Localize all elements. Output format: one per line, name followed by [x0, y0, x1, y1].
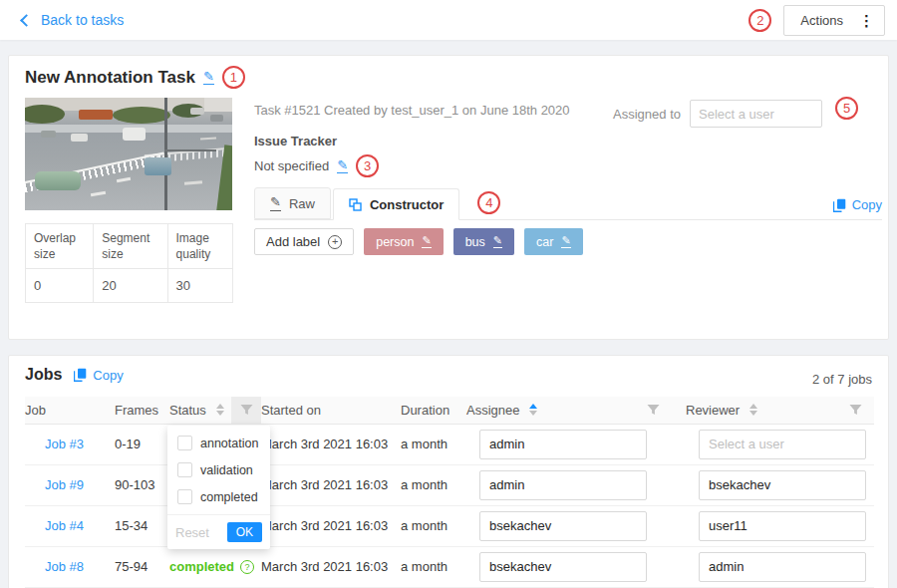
col-header-assignee[interactable]: Assignee: [466, 397, 686, 424]
tab-constructor[interactable]: Constructor: [333, 188, 459, 220]
filter-option-label: completed: [200, 490, 258, 504]
filter-option-label: annotation: [200, 437, 258, 450]
edit-label-icon[interactable]: ✎: [422, 235, 431, 249]
filter-option-validation[interactable]: validation: [167, 456, 270, 483]
reviewer-select[interactable]: [699, 470, 866, 500]
copy-labels-button[interactable]: Copy: [833, 197, 882, 212]
thumb-pole: [164, 98, 167, 210]
thumb-awning: [79, 110, 113, 120]
top-bar: Back to tasks 2 Actions ⋮: [0, 0, 897, 40]
issue-tracker-label: Issue Tracker: [254, 134, 379, 148]
tab-raw-label: Raw: [289, 196, 315, 211]
reviewer-header-label: Reviewer: [686, 403, 740, 418]
plus-circle-icon: +: [328, 235, 342, 249]
filter-option-completed[interactable]: completed: [167, 483, 270, 510]
add-label-button[interactable]: Add label +: [254, 228, 354, 255]
label-chip-car[interactable]: car ✎: [524, 228, 583, 255]
add-label-text: Add label: [266, 234, 320, 249]
more-vertical-icon: ⋮: [859, 13, 874, 28]
job-row: Job #3 0-19 March 3rd 2021 16:03 a month: [25, 424, 874, 464]
checkbox-icon[interactable]: [177, 462, 192, 477]
duration-cell: a month: [401, 505, 466, 546]
label-chip-bus[interactable]: bus ✎: [453, 228, 514, 255]
annotation-circle-2: 2: [748, 9, 771, 32]
task-params-table: Overlap size Segment size Image quality …: [25, 223, 233, 303]
sort-carets-icon[interactable]: [749, 404, 757, 416]
job-link[interactable]: Job #8: [25, 559, 84, 574]
param-header-overlap: Overlap size: [26, 224, 94, 269]
thumb-lane-dash: [117, 177, 131, 182]
copy-jobs-label: Copy: [93, 368, 123, 383]
copy-icon: [74, 368, 87, 382]
annotation-circle-3: 3: [356, 154, 379, 177]
status-cell: completed ?: [169, 546, 231, 587]
filter-funnel-icon[interactable]: [849, 404, 862, 416]
job-link[interactable]: Job #4: [25, 518, 84, 533]
filter-funnel-icon[interactable]: [647, 404, 660, 416]
filter-funnel-icon: [240, 404, 253, 416]
job-link[interactable]: Job #3: [25, 437, 84, 451]
edit-title-icon[interactable]: ✎: [203, 70, 214, 86]
sort-carets-icon[interactable]: [216, 404, 224, 416]
thumb-tree: [113, 107, 170, 124]
reviewer-select[interactable]: [699, 552, 866, 582]
copy-jobs-button[interactable]: Copy: [74, 368, 123, 383]
started-cell: March 3rd 2021 16:03: [261, 546, 401, 587]
col-header-status[interactable]: Status: [169, 397, 231, 424]
thumb-car: [71, 134, 88, 142]
question-circle-icon[interactable]: ?: [240, 560, 254, 574]
col-header-duration: Duration: [401, 397, 466, 424]
edit-label-icon[interactable]: ✎: [493, 235, 502, 249]
param-value-quality: 30: [167, 269, 232, 303]
copy-icon: [833, 198, 846, 212]
assignee-select[interactable]: [479, 511, 647, 541]
job-link[interactable]: Job #9: [25, 477, 84, 492]
edit-label-icon[interactable]: ✎: [561, 235, 570, 249]
actions-button[interactable]: Actions ⋮: [783, 5, 885, 36]
tab-raw[interactable]: ✎ Raw: [254, 187, 331, 219]
reviewer-select[interactable]: [699, 430, 866, 459]
frames-cell: 15-34: [115, 505, 169, 546]
tab-constructor-label: Constructor: [370, 197, 444, 212]
assignee-select[interactable]: [479, 552, 647, 582]
thumb-lane-dash: [91, 191, 106, 197]
checkbox-icon[interactable]: [177, 489, 192, 504]
sort-carets-icon[interactable]: [529, 404, 537, 416]
filter-options: annotation validation completed: [167, 426, 270, 514]
frames-cell: 0-19: [115, 424, 169, 464]
label-chip-person[interactable]: person ✎: [364, 228, 443, 255]
thumb-lane-dash: [200, 137, 216, 140]
job-row: Job #9 90-103 March 3rd 2021 16:03 a mon…: [25, 464, 874, 505]
assignee-select[interactable]: [479, 470, 647, 500]
thumb-pole-arm: [164, 149, 216, 151]
back-to-tasks-link[interactable]: Back to tasks: [22, 12, 124, 28]
task-details-card: New Annotation Task ✎ 1: [8, 55, 889, 340]
checkbox-icon[interactable]: [177, 436, 192, 450]
filter-ok-button[interactable]: OK: [227, 522, 262, 542]
assigned-to-label: Assigned to: [613, 107, 681, 122]
status-header-label: Status: [169, 403, 206, 418]
duration-cell: a month: [401, 546, 466, 587]
edit-issue-tracker-icon[interactable]: ✎: [337, 158, 348, 174]
assignee-select[interactable]: [479, 430, 647, 459]
assigned-to-select[interactable]: [690, 100, 822, 128]
started-cell: March 3rd 2021 16:03: [261, 505, 401, 546]
filter-option-annotation[interactable]: annotation: [167, 430, 270, 456]
duration-cell: a month: [401, 424, 466, 464]
reviewer-select[interactable]: [699, 511, 866, 541]
status-filter-button[interactable]: [231, 397, 261, 424]
top-bar-right: 2 Actions ⋮: [748, 5, 885, 36]
assignee-header-label: Assignee: [466, 403, 519, 418]
issue-tracker-value: Not specified: [254, 158, 329, 173]
thumb-car: [190, 108, 204, 115]
task-page: Back to tasks 2 Actions ⋮ New Annotation…: [0, 0, 897, 588]
filter-reset-button[interactable]: Reset: [175, 525, 209, 540]
status-filter-dropdown: annotation validation completed Reset OK: [167, 426, 270, 549]
col-header-started: Started on: [261, 397, 401, 424]
thumb-blue-van: [145, 157, 171, 175]
col-header-reviewer[interactable]: Reviewer: [686, 397, 874, 424]
thumb-lane-dash: [184, 180, 202, 185]
label-person-text: person: [376, 235, 414, 249]
param-value-segment: 20: [94, 269, 167, 303]
label-bus-text: bus: [465, 235, 485, 249]
